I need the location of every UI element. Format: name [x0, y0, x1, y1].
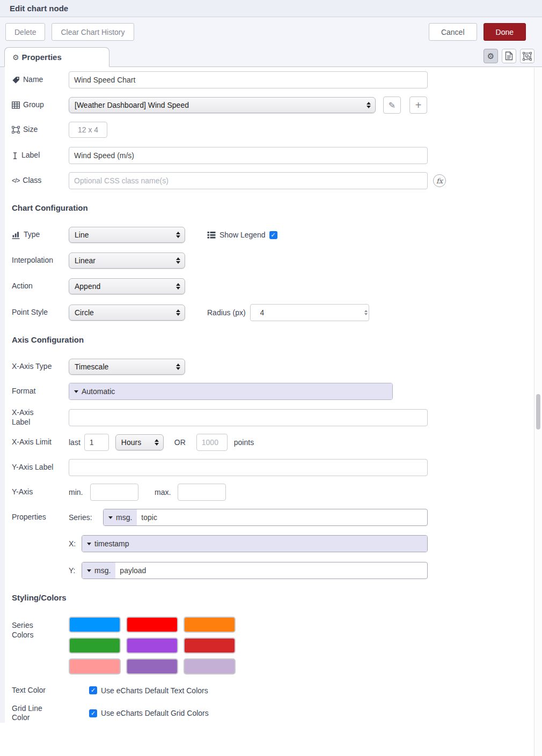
format-typed-input[interactable]: Automatic	[69, 383, 393, 400]
text-color-row: Text Color Use eCharts Default Text Colo…	[12, 686, 542, 695]
x-axis-label-input[interactable]	[69, 409, 428, 426]
size-row: Size 12 x 4	[12, 122, 542, 138]
editor-tray-icons: ⚙	[484, 49, 534, 63]
limit-points-input[interactable]	[196, 434, 228, 451]
series-color-swatch[interactable]	[184, 617, 236, 633]
action-label: Action	[12, 281, 69, 291]
tab-bar: ⚙ Properties ⚙	[0, 47, 542, 67]
points-label: points	[234, 438, 254, 447]
series-colors-row: Series Colors	[12, 617, 542, 675]
format-label: Format	[12, 387, 69, 396]
properties-label: Properties	[12, 513, 69, 522]
y-max-input[interactable]	[178, 484, 226, 501]
dialog-title: Edit chart node	[10, 4, 68, 13]
tab-properties[interactable]: ⚙ Properties	[4, 47, 109, 67]
select-arrows-icon	[176, 232, 180, 238]
caret-down-icon	[87, 569, 91, 572]
x-axis-limit-row: X-Axis Limit last Hours OR points	[12, 434, 542, 451]
caret-down-icon	[108, 516, 113, 519]
x-axis-type-label: X-Axis Type	[12, 362, 69, 372]
group-select[interactable]: [Weather Dashboard] Wind Speed	[69, 97, 376, 113]
type-label: Type	[12, 230, 69, 240]
class-label: </> Class	[12, 176, 69, 186]
series-color-swatch[interactable]	[69, 617, 121, 633]
y-property-label: Y:	[69, 566, 82, 575]
gear-icon: ⚙	[487, 51, 494, 61]
group-row: Group [Weather Dashboard] Wind Speed ✎ +	[12, 97, 542, 114]
appearance-view-button[interactable]	[520, 49, 534, 63]
radius-label: Radius (px)	[207, 308, 246, 317]
limit-duration-input[interactable]	[84, 434, 109, 451]
gear-icon: ⚙	[12, 53, 19, 62]
name-input[interactable]	[69, 71, 428, 88]
object-group-icon	[523, 52, 532, 61]
properties-view-button[interactable]: ⚙	[484, 49, 498, 63]
x-property-label: X:	[69, 539, 82, 548]
last-label: last	[69, 438, 80, 447]
radius-input[interactable]	[255, 305, 362, 320]
cancel-button[interactable]: Cancel	[429, 23, 477, 41]
y-property-typed-input[interactable]: msg. payload	[82, 562, 428, 579]
y-min-input[interactable]	[90, 484, 138, 501]
grid-color-row: Grid Line Color Use eCharts Default Grid…	[12, 704, 542, 723]
point-style-select[interactable]: Circle	[69, 305, 185, 321]
select-arrows-icon	[367, 102, 371, 108]
dialog-toolbar: Delete Clear Chart History Cancel Done	[0, 17, 542, 47]
x-property-typed-input[interactable]: timestamp	[82, 535, 428, 552]
series-color-swatch[interactable]	[126, 617, 178, 633]
object-size-icon	[12, 126, 20, 134]
text-color-checkbox[interactable]	[89, 686, 97, 694]
interpolation-select[interactable]: Linear	[69, 253, 185, 269]
radius-input-wrap	[250, 304, 369, 321]
point-style-label: Point Style	[12, 308, 69, 317]
class-row: </> Class fx	[12, 172, 542, 189]
tab-properties-label: Properties	[22, 53, 62, 62]
delete-button[interactable]: Delete	[5, 23, 45, 41]
label-label: Label	[12, 151, 69, 160]
x-axis-type-select[interactable]: Timescale	[69, 359, 185, 375]
series-typed-input[interactable]: msg. topic	[103, 509, 428, 526]
dialog-header: Edit chart node	[0, 0, 542, 17]
clear-chart-history-button[interactable]: Clear Chart History	[52, 23, 134, 41]
select-arrows-icon	[155, 439, 159, 446]
series-colors-label: Series Colors	[12, 617, 69, 640]
label-input[interactable]	[69, 147, 428, 164]
series-color-swatch[interactable]	[69, 658, 121, 675]
action-row: Action Append	[12, 278, 542, 294]
description-view-button[interactable]	[502, 49, 516, 63]
select-arrows-icon	[176, 257, 180, 264]
vertical-scrollbar[interactable]	[534, 68, 542, 756]
series-color-swatch[interactable]	[126, 658, 178, 675]
y-property-row: Y: msg. payload	[12, 562, 542, 579]
grid-color-checkbox[interactable]	[89, 709, 97, 717]
show-legend-checkbox[interactable]	[269, 231, 277, 239]
caret-down-icon	[87, 543, 91, 545]
name-row: Name	[12, 71, 542, 88]
y-axis-label-input[interactable]	[69, 459, 428, 476]
grid-color-checkbox-label: Use eCharts Default Grid Colors	[101, 709, 209, 717]
done-button[interactable]: Done	[484, 23, 526, 41]
x-property-row: X: timestamp	[12, 535, 542, 552]
series-color-swatch[interactable]	[69, 638, 121, 654]
scrollbar-thumb[interactable]	[536, 394, 540, 429]
limit-unit-select[interactable]: Hours	[115, 434, 164, 450]
select-arrows-icon	[176, 364, 180, 370]
class-input[interactable]	[69, 172, 428, 189]
series-color-swatch[interactable]	[126, 638, 178, 654]
edit-group-button[interactable]: ✎	[383, 97, 401, 114]
x-axis-type-row: X-Axis Type Timescale	[12, 359, 542, 375]
code-icon: </>	[12, 177, 19, 185]
select-arrows-icon	[176, 283, 180, 290]
action-select[interactable]: Append	[69, 278, 185, 294]
axis-configuration-heading: Axis Configuration	[12, 335, 542, 344]
y-max-label: max.	[155, 488, 178, 496]
series-color-swatch[interactable]	[184, 638, 236, 654]
size-button[interactable]: 12 x 4	[69, 122, 107, 138]
number-stepper-icon[interactable]	[362, 308, 370, 317]
text-cursor-icon	[12, 152, 18, 160]
show-legend-group: Show Legend	[207, 231, 277, 239]
series-color-swatch[interactable]	[184, 658, 236, 675]
add-group-button[interactable]: +	[409, 97, 427, 114]
chart-configuration-heading: Chart Configuration	[12, 203, 542, 212]
type-select[interactable]: Line	[69, 227, 185, 243]
